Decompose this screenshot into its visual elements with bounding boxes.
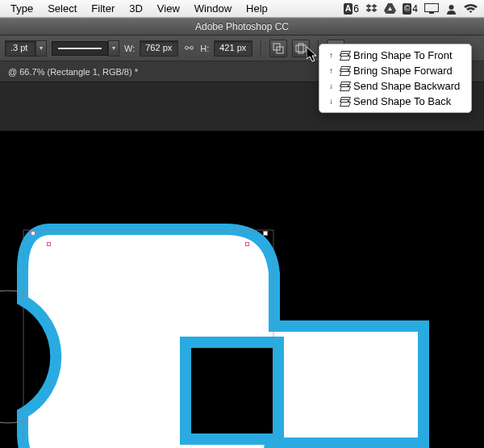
selection-handle[interactable] xyxy=(263,231,268,236)
menu-send-backward[interactable]: ↓ Send Shape Backward xyxy=(319,78,471,94)
menu-item-label: Send Shape To Back xyxy=(353,95,451,107)
menubar-status-area: A6 ©4 xyxy=(344,3,481,15)
stroke-style-dropdown[interactable] xyxy=(52,41,108,56)
menu-item-label: Send Shape Backward xyxy=(353,80,460,92)
menu-send-to-back[interactable]: ↓ Send Shape To Back xyxy=(319,94,471,109)
creative-cloud-icon[interactable]: ©4 xyxy=(403,3,418,15)
width-label: W: xyxy=(124,44,135,53)
menu-view[interactable]: View xyxy=(150,2,187,15)
menu-item-label: Bring Shape To Front xyxy=(353,49,453,61)
dropbox-icon[interactable] xyxy=(365,3,378,15)
document-tab[interactable]: @ 66.7% (Rectangle 1, RGB/8) * xyxy=(8,67,138,77)
align-edges-button[interactable] xyxy=(269,40,287,57)
mac-menubar: Type Select Filter 3D View Window Help A… xyxy=(0,0,484,18)
stack-icon xyxy=(339,82,350,91)
google-drive-icon[interactable] xyxy=(384,3,396,14)
anchor-point[interactable] xyxy=(245,242,249,246)
menu-item-label: Bring Shape Forward xyxy=(353,65,453,77)
menu-help[interactable]: Help xyxy=(239,2,275,15)
menu-select[interactable]: Select xyxy=(40,2,84,15)
stroke-weight-input[interactable]: .3 pt xyxy=(5,40,35,57)
svg-rect-1 xyxy=(429,12,434,14)
svg-point-2 xyxy=(449,5,454,10)
svg-rect-0 xyxy=(425,4,439,12)
stack-icon xyxy=(339,97,350,107)
wifi-icon[interactable] xyxy=(464,4,478,14)
menu-3d[interactable]: 3D xyxy=(122,2,150,15)
stack-icon xyxy=(339,66,350,76)
anchor-point[interactable] xyxy=(47,242,51,246)
menu-bring-forward[interactable]: ↑ Bring Shape Forward xyxy=(319,63,471,78)
arrow-down-icon: ↓ xyxy=(329,82,336,90)
stroke-style-caret[interactable]: ▾ xyxy=(108,40,119,57)
vector-shape[interactable] xyxy=(0,213,452,448)
stack-icon xyxy=(339,51,350,61)
selection-handle[interactable] xyxy=(31,231,35,236)
width-input[interactable]: 762 px xyxy=(140,40,178,57)
options-divider xyxy=(261,40,261,57)
svg-rect-5 xyxy=(296,45,306,52)
app-titlebar: Adobe Photoshop CC xyxy=(0,18,484,36)
menu-type[interactable]: Type xyxy=(3,2,40,15)
menu-bring-to-front[interactable]: ↑ Bring Shape To Front xyxy=(319,48,471,63)
height-label: H: xyxy=(200,44,209,53)
arrow-up-icon: ↑ xyxy=(329,66,336,75)
adobe-updater-icon[interactable]: A6 xyxy=(344,3,359,15)
fast-user-switch-icon[interactable] xyxy=(445,3,457,15)
display-icon[interactable] xyxy=(424,3,439,14)
canvas-area[interactable] xyxy=(0,82,484,448)
shape-arrange-menu: ↑ Bring Shape To Front ↑ Bring Shape For… xyxy=(319,44,472,113)
stroke-weight-dropdown[interactable]: ▾ xyxy=(35,40,47,57)
path-operations-button[interactable] xyxy=(292,40,310,57)
menu-window[interactable]: Window xyxy=(187,2,239,15)
arrow-up-icon: ↑ xyxy=(329,51,336,60)
link-wh-icon[interactable]: ⚯ xyxy=(183,42,195,54)
app-title: Adobe Photoshop CC xyxy=(195,21,289,32)
menu-filter[interactable]: Filter xyxy=(84,2,122,15)
arrow-down-icon: ↓ xyxy=(329,97,336,106)
height-input[interactable]: 421 px xyxy=(214,40,252,57)
